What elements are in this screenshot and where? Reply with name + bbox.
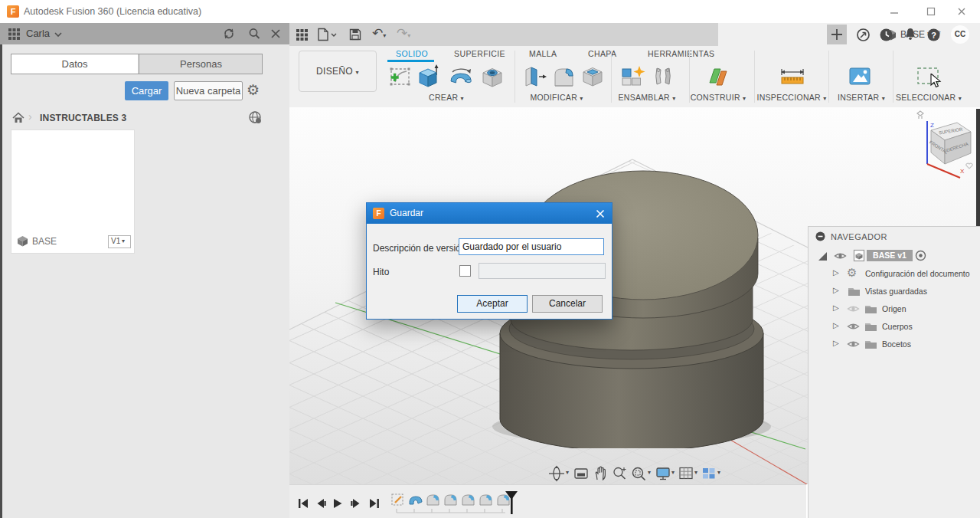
collapse-panel-icon[interactable]: [815, 231, 825, 241]
shell-icon[interactable]: [579, 64, 606, 90]
notifications-bell-icon[interactable]: [903, 27, 917, 41]
look-at-icon[interactable]: [573, 466, 589, 481]
dialog-titlebar[interactable]: F Guardar: [367, 203, 612, 224]
grid-settings-icon[interactable]: [678, 466, 694, 481]
new-tab-button[interactable]: [827, 25, 847, 44]
account-avatar[interactable]: CC: [951, 25, 969, 44]
tree-row-document-settings[interactable]: ▷ ⚙ Configuración del documento: [808, 265, 980, 282]
expand-arrow-icon[interactable]: ▷: [833, 268, 839, 277]
tab-personas[interactable]: Personas: [139, 54, 263, 74]
group-label-construir[interactable]: CONSTRUIR ▾: [691, 93, 746, 102]
press-pull-icon[interactable]: [521, 64, 548, 90]
timeline-feature-fillet[interactable]: [498, 495, 509, 505]
new-folder-button[interactable]: Nueva carpeta: [174, 81, 243, 100]
breadcrumb[interactable]: INSTRUCTABLES 3: [40, 113, 126, 123]
chevron-down-icon[interactable]: [54, 31, 63, 38]
group-label-modificar[interactable]: MODIFICAR ▾: [530, 93, 583, 102]
zoom-icon[interactable]: [612, 466, 627, 481]
version-description-input[interactable]: [459, 238, 604, 255]
construct-plane-icon[interactable]: [704, 63, 732, 90]
milestone-checkbox[interactable]: [459, 265, 471, 277]
redo-button[interactable]: ↷▾: [397, 25, 410, 41]
ribbon-tab-solido[interactable]: SOLIDO: [396, 49, 428, 58]
extrude-icon[interactable]: [414, 63, 442, 90]
create-sketch-icon[interactable]: [387, 64, 413, 90]
display-settings-icon[interactable]: [655, 466, 671, 481]
dropdown-arrow-icon[interactable]: ▾: [717, 469, 720, 476]
ribbon-tab-chapa[interactable]: CHAPA: [588, 49, 616, 58]
tree-row-sketches[interactable]: ▷ Bocetos: [808, 336, 980, 352]
activate-radio-icon[interactable]: [915, 250, 926, 261]
group-label-ensamblar[interactable]: ENSAMBLAR ▾: [618, 93, 675, 102]
tree-row-bodies[interactable]: ▷ Cuerpos: [808, 318, 980, 335]
sync-globe-icon[interactable]: [248, 110, 263, 125]
pan-hand-icon[interactable]: [593, 465, 608, 482]
zoom-fit-icon[interactable]: [630, 465, 647, 482]
dropdown-arrow-icon[interactable]: ▾: [671, 469, 675, 476]
settings-gear-icon[interactable]: ⚙: [247, 81, 260, 100]
visibility-eye-off-icon[interactable]: [847, 303, 860, 314]
tree-item-label[interactable]: Configuración del documento: [865, 269, 970, 278]
viewports-icon[interactable]: [701, 466, 717, 481]
step-forward-button[interactable]: [350, 497, 362, 510]
group-label-inspeccionar[interactable]: INSPECCIONAR ▾: [756, 93, 826, 102]
ribbon-tab-malla[interactable]: MALLA: [529, 49, 557, 58]
revolve-icon[interactable]: [448, 64, 475, 90]
expand-arrow-icon[interactable]: ▷: [833, 321, 839, 329]
ribbon-tab-superficie[interactable]: SUPERFICIE: [454, 49, 505, 58]
version-dropdown[interactable]: V1 ▾: [108, 235, 131, 248]
orbit-icon[interactable]: [548, 465, 565, 482]
show-data-panel-grid-icon[interactable]: [296, 28, 309, 41]
viewcube[interactable]: Z X SUPERIOR FRONTAL DERECHA: [910, 109, 977, 179]
job-status-clock-icon[interactable]: [879, 28, 893, 42]
help-icon[interactable]: ?: [926, 28, 941, 42]
visibility-eye-icon[interactable]: [834, 251, 847, 261]
tree-item-label[interactable]: Vistas guardadas: [865, 287, 927, 296]
step-back-button[interactable]: [315, 497, 327, 510]
hole-icon[interactable]: [479, 63, 506, 90]
tree-item-label[interactable]: Cuerpos: [882, 322, 913, 331]
close-dialog-icon[interactable]: [595, 208, 606, 219]
timeline-feature-sketch[interactable]: [392, 494, 403, 505]
upload-button[interactable]: Cargar: [125, 81, 168, 100]
dropdown-arrow-icon[interactable]: ▾: [566, 469, 569, 476]
tree-row-origin[interactable]: ▷ Origen: [808, 300, 980, 317]
expand-arrow-icon[interactable]: ▷: [833, 286, 839, 294]
measure-icon[interactable]: [778, 64, 807, 89]
skip-to-start-button[interactable]: [297, 497, 309, 510]
undo-button[interactable]: ↶▾: [372, 25, 386, 41]
joint-icon[interactable]: [649, 64, 677, 90]
fillet-icon[interactable]: [550, 64, 577, 90]
skip-to-end-button[interactable]: [368, 497, 381, 510]
maximize-button[interactable]: [925, 5, 937, 18]
timeline-feature-fillet[interactable]: [480, 495, 492, 505]
play-button[interactable]: [332, 497, 344, 510]
workspace-selector[interactable]: DISEÑO ▾: [299, 51, 377, 92]
project-card[interactable]: BASE V1 ▾: [11, 130, 134, 253]
tree-root-label[interactable]: BASE v1: [867, 250, 913, 261]
timeline-feature-fillet[interactable]: [427, 495, 439, 505]
refresh-icon[interactable]: [222, 27, 236, 41]
expand-arrow-icon[interactable]: ▷: [833, 339, 839, 347]
project-user-name[interactable]: Carla: [26, 23, 50, 44]
tree-row-saved-views[interactable]: ▷ Vistas guardadas: [808, 283, 980, 300]
dropdown-arrow-icon[interactable]: ▾: [694, 469, 697, 476]
ribbon-tab-herramientas[interactable]: HERRAMIENTAS: [648, 49, 714, 58]
new-component-icon[interactable]: [619, 64, 648, 90]
save-button[interactable]: [348, 28, 362, 41]
timeline-feature-fillet[interactable]: [462, 495, 474, 505]
group-label-seleccionar[interactable]: SELECCIONAR ▾: [896, 93, 962, 102]
tree-row-root[interactable]: BASE v1: [808, 248, 980, 264]
tree-item-label[interactable]: Origen: [882, 304, 906, 313]
group-label-crear[interactable]: CREAR ▾: [429, 93, 464, 102]
timeline-feature-fillet[interactable]: [445, 495, 456, 505]
tab-datos[interactable]: Datos: [11, 54, 138, 74]
cancel-button[interactable]: Cancelar: [532, 295, 603, 313]
group-label-insertar[interactable]: INSERTAR ▾: [838, 93, 885, 102]
tree-item-label[interactable]: Bocetos: [882, 339, 911, 349]
visibility-eye-icon[interactable]: [847, 339, 860, 349]
visibility-eye-icon[interactable]: [847, 321, 860, 332]
extensions-icon[interactable]: [856, 28, 871, 42]
dropdown-arrow-icon[interactable]: ▾: [648, 469, 651, 476]
accept-button[interactable]: Aceptar: [457, 295, 528, 313]
